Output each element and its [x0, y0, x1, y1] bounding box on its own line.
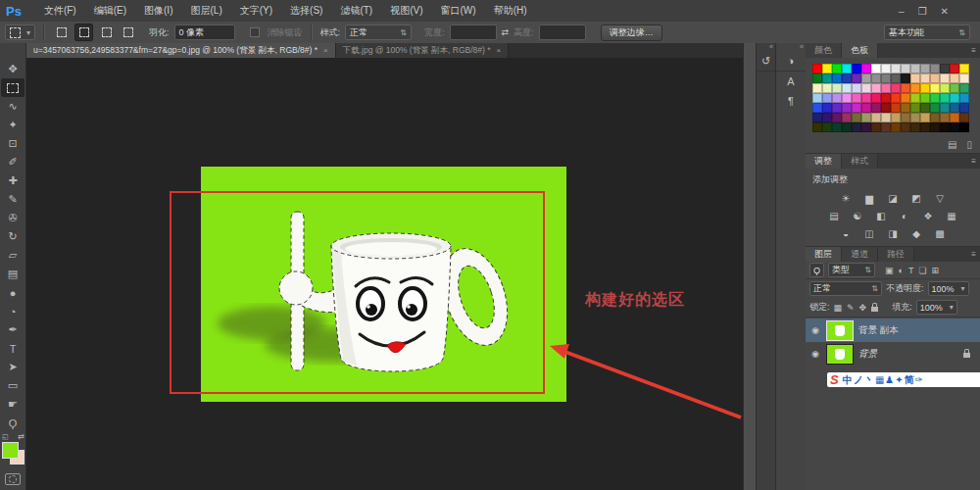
color-swatch[interactable] — [910, 113, 920, 122]
menu-item-1[interactable]: 编辑(E) — [85, 0, 135, 22]
color-swatch[interactable] — [842, 83, 852, 93]
type-tool[interactable]: T — [1, 339, 24, 358]
layer-row-0[interactable]: ◉背景 副本 — [806, 318, 980, 342]
color-swatch[interactable] — [901, 103, 910, 113]
opacity-input[interactable]: 100% ▾ — [928, 281, 969, 296]
layers-tab-2[interactable]: 路径 — [878, 247, 914, 262]
color-swatch[interactable] — [940, 74, 950, 83]
color-swatch[interactable] — [950, 64, 959, 74]
color-swatch[interactable] — [940, 103, 950, 113]
color-swatch[interactable] — [891, 74, 901, 83]
swatches-menu-icon[interactable]: ≡ — [971, 43, 976, 58]
color-swatch[interactable] — [930, 103, 940, 113]
color-swatch[interactable] — [861, 83, 871, 93]
color-swatch[interactable] — [891, 122, 901, 132]
color-swatch[interactable] — [940, 64, 950, 74]
properties-panel-icon[interactable]: ◑ — [776, 51, 806, 72]
color-swatch[interactable] — [852, 113, 861, 122]
color-swatch[interactable] — [910, 83, 920, 93]
color-swatch[interactable] — [910, 93, 920, 103]
workspace-select[interactable]: 基本功能 ⇅ — [884, 24, 970, 40]
color-swatch[interactable] — [812, 83, 822, 93]
color-swatch[interactable] — [822, 74, 832, 83]
filter-shape-icon[interactable]: ❏ — [918, 266, 926, 275]
document-tab-1[interactable]: 下载.jpg @ 100% (背景 副本, RGB/8#) *× — [336, 43, 509, 58]
swap-dimensions-icon[interactable]: ⇄ — [502, 27, 510, 37]
color-swatch[interactable] — [920, 74, 930, 83]
width-input[interactable] — [450, 24, 497, 40]
rectangular-marquee-tool[interactable] — [1, 78, 24, 97]
color-lookup-icon[interactable]: ▦ — [944, 210, 959, 222]
layer-thumbnail[interactable] — [826, 320, 854, 341]
color-swatch[interactable] — [881, 113, 891, 122]
color-swatch[interactable] — [871, 122, 881, 132]
blend-mode-select[interactable]: 正常 ⇅ — [809, 281, 882, 296]
color-swatch[interactable] — [930, 93, 940, 103]
tool-preset-picker[interactable]: ▾ — [5, 24, 35, 40]
curves-icon[interactable]: ◪ — [885, 192, 901, 205]
color-swatch[interactable] — [940, 83, 950, 93]
color-swatch[interactable] — [959, 113, 969, 122]
color-swatch[interactable] — [812, 93, 822, 103]
color-swatch[interactable] — [852, 93, 861, 103]
color-swatch[interactable] — [959, 83, 969, 93]
feather-input[interactable]: 0 像素 — [174, 24, 235, 40]
color-swatch[interactable] — [832, 74, 842, 83]
color-swatch[interactable] — [861, 93, 871, 103]
color-swatch[interactable] — [901, 64, 910, 74]
history-brush-tool[interactable]: ↻ — [1, 227, 24, 246]
color-swatch[interactable] — [861, 74, 871, 83]
color-swatch[interactable] — [950, 113, 959, 122]
filter-type-icon[interactable]: T — [908, 266, 914, 275]
color-swatch[interactable] — [940, 93, 950, 103]
color-swatch[interactable] — [930, 64, 940, 74]
menu-item-3[interactable]: 图层(L) — [181, 0, 230, 22]
color-swatch[interactable] — [901, 113, 910, 122]
color-swatch[interactable] — [852, 103, 861, 113]
color-swatch[interactable] — [842, 122, 852, 132]
posterize-icon[interactable]: ◫ — [861, 227, 877, 240]
color-swatch[interactable] — [822, 93, 832, 103]
menu-item-9[interactable]: 帮助(H) — [485, 0, 536, 22]
color-swatch[interactable] — [959, 93, 969, 103]
healing-brush-tool[interactable]: ✚ — [1, 172, 24, 190]
color-swatch[interactable] — [959, 74, 969, 83]
color-swatch[interactable] — [920, 83, 930, 93]
quick-mask-icon[interactable] — [5, 473, 21, 485]
color-swatch[interactable] — [842, 103, 852, 113]
color-swatch[interactable] — [832, 113, 842, 122]
menu-item-0[interactable]: 文件(F) — [35, 0, 85, 22]
color-swatch[interactable] — [891, 64, 901, 74]
color-swatch[interactable] — [901, 83, 910, 93]
new-swatch-icon[interactable]: ▤ — [948, 139, 956, 150]
color-swatch[interactable] — [901, 122, 910, 132]
eyedropper-tool[interactable]: ✐ — [1, 153, 24, 172]
layers-tab-0[interactable]: 图层 — [806, 247, 842, 262]
color-swatch[interactable] — [881, 122, 891, 132]
swatches-tab-1[interactable]: 色板 — [842, 43, 878, 58]
color-swatch[interactable] — [852, 64, 861, 74]
color-swatch[interactable] — [812, 64, 822, 74]
intersect-selection-button[interactable] — [120, 24, 136, 40]
color-swatch[interactable] — [852, 83, 861, 93]
menu-item-5[interactable]: 选择(S) — [281, 0, 331, 22]
filter-pixel-icon[interactable]: ▣ — [885, 266, 894, 275]
adjustments-tab-0[interactable]: 调整 — [806, 154, 842, 169]
color-swatch[interactable] — [842, 113, 852, 122]
color-swatch[interactable] — [812, 103, 822, 113]
color-swatch[interactable] — [861, 103, 871, 113]
color-swatch[interactable] — [950, 122, 959, 132]
layers-menu-icon[interactable]: ≡ — [971, 247, 976, 262]
foreground-color-swatch[interactable] — [2, 442, 19, 459]
hue-saturation-icon[interactable]: ▤ — [826, 210, 842, 222]
layer-row-1[interactable]: ◉背景 — [806, 342, 980, 366]
layer-search[interactable]: Ϙ — [809, 263, 824, 277]
canvas-area[interactable]: 构建好的选区 — [26, 58, 743, 490]
color-swatch[interactable] — [861, 113, 871, 122]
color-swatch[interactable] — [920, 122, 930, 132]
visibility-eye-icon[interactable]: ◉ — [809, 349, 821, 359]
color-swatch[interactable] — [891, 83, 901, 93]
color-swatch[interactable] — [812, 113, 822, 122]
color-swatch[interactable] — [822, 103, 832, 113]
swatches-tab-0[interactable]: 颜色 — [806, 43, 842, 58]
